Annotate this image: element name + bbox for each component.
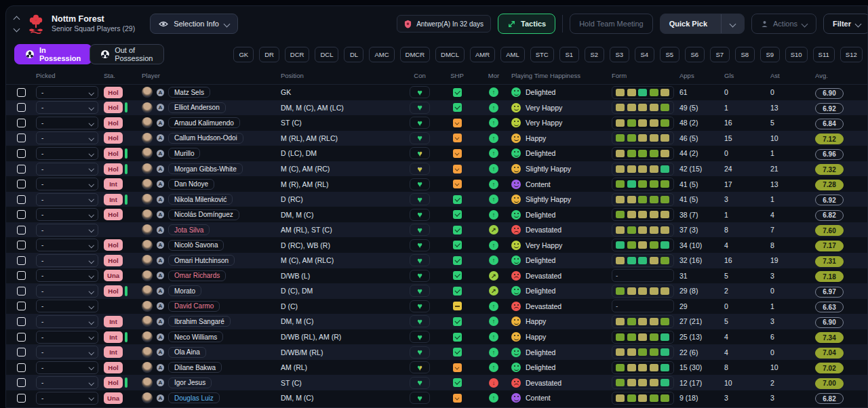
column-header[interactable]: SHP bbox=[438, 72, 476, 79]
player-avatar[interactable] bbox=[142, 163, 153, 174]
position-filter-chip[interactable]: DCR bbox=[285, 47, 310, 62]
next-match-chip[interactable]: Antwerp(A) In 32 days bbox=[397, 15, 491, 33]
table-row[interactable]: - Hol A Elliot Anderson DM, M (C), AM (L… bbox=[6, 100, 867, 116]
in-possession-tab[interactable]: In Possession bbox=[14, 44, 92, 64]
table-row[interactable]: - Int A Ola Aina D/WB/M (RL) ♥ ↑ Delight… bbox=[6, 344, 867, 360]
position-filter-chip[interactable]: S7 bbox=[710, 47, 730, 62]
player-avatar[interactable] bbox=[142, 331, 153, 342]
table-row[interactable]: - Una A Douglas Luiz DM, M (C) ♥ ↑ Conte… bbox=[6, 390, 867, 406]
position-filter-chip[interactable]: S6 bbox=[685, 47, 705, 62]
picked-dropdown[interactable]: - bbox=[36, 300, 98, 312]
profile-icon[interactable]: A bbox=[157, 241, 164, 249]
quick-pick-dropdown[interactable] bbox=[721, 14, 744, 33]
profile-icon[interactable]: A bbox=[157, 287, 164, 295]
profile-icon[interactable]: A bbox=[157, 180, 164, 188]
profile-icon[interactable]: A bbox=[157, 196, 164, 203]
row-checkbox[interactable] bbox=[17, 119, 26, 127]
profile-icon[interactable]: A bbox=[157, 119, 164, 127]
quick-pick-button[interactable]: Quick Pick bbox=[660, 14, 745, 34]
table-row[interactable]: - Una A Omar Richards D/WB (L) ♥ ↗ Devas… bbox=[6, 268, 867, 284]
position-filter-chip[interactable]: AML bbox=[500, 47, 525, 62]
table-row[interactable]: - Hol A Nicolò Savona D (RC), WB (R) ♥ ↑… bbox=[6, 237, 867, 253]
player-avatar[interactable] bbox=[142, 148, 153, 159]
out-of-possession-tab[interactable]: Out of Possession bbox=[90, 44, 164, 64]
position-filter-chip[interactable]: DMCL bbox=[435, 47, 465, 62]
column-header[interactable]: Playing Time Happiness bbox=[511, 72, 612, 79]
picked-dropdown[interactable]: - bbox=[36, 392, 98, 405]
picked-dropdown[interactable]: - bbox=[36, 254, 98, 267]
position-filter-chip[interactable]: S3 bbox=[610, 47, 629, 62]
position-filter-chip[interactable]: S5 bbox=[660, 47, 679, 62]
picked-dropdown[interactable]: - bbox=[36, 178, 98, 190]
picked-dropdown[interactable]: - bbox=[36, 269, 98, 282]
player-name[interactable]: Ibrahim Sangaré bbox=[168, 316, 231, 327]
table-row[interactable]: - Hol A Matz Sels GK ♥ ↑ Delighted 61 0 … bbox=[6, 85, 867, 100]
column-header[interactable]: Avg. bbox=[815, 72, 867, 79]
player-avatar[interactable] bbox=[142, 179, 153, 190]
player-name[interactable]: Nikola Milenković bbox=[168, 194, 233, 205]
player-avatar[interactable] bbox=[142, 133, 153, 144]
profile-icon[interactable]: A bbox=[157, 104, 164, 111]
table-row[interactable]: - Hol A Nicolás Domínguez DM, M (C) ♥ ↑ … bbox=[6, 207, 867, 222]
table-row[interactable]: - Int A Ibrahim Sangaré DM, M (C) ♥ ↑ Ha… bbox=[6, 314, 867, 329]
player-avatar[interactable] bbox=[142, 255, 153, 266]
position-filter-chip[interactable]: S11 bbox=[813, 47, 835, 62]
row-checkbox[interactable] bbox=[17, 378, 26, 387]
column-header[interactable]: Position bbox=[281, 72, 401, 79]
table-row[interactable]: - Hol A Murillo D (LC), DM ♥ ↑ Delighted… bbox=[6, 146, 867, 161]
column-header[interactable]: Sta. bbox=[104, 72, 142, 79]
column-header[interactable]: Con bbox=[401, 72, 438, 79]
profile-icon[interactable]: A bbox=[157, 165, 164, 173]
picked-dropdown[interactable]: - bbox=[36, 163, 98, 176]
picked-dropdown[interactable]: - bbox=[36, 376, 98, 389]
table-row[interactable]: - Int A Neco Williams D/WB (RL), AM (R) … bbox=[6, 329, 867, 345]
picked-dropdown[interactable]: - bbox=[36, 361, 98, 374]
profile-icon[interactable]: A bbox=[157, 318, 164, 325]
player-avatar[interactable] bbox=[142, 347, 153, 358]
row-checkbox[interactable] bbox=[17, 241, 26, 249]
chevron-up-icon[interactable] bbox=[14, 16, 20, 22]
position-filter-chip[interactable]: S4 bbox=[635, 47, 654, 62]
position-filter-chip[interactable]: GK bbox=[233, 47, 254, 62]
row-checkbox[interactable] bbox=[17, 134, 26, 142]
position-filter-chip[interactable]: AMR bbox=[470, 47, 495, 62]
collapse-controls[interactable] bbox=[14, 17, 19, 31]
player-name[interactable]: Douglas Luiz bbox=[168, 392, 220, 403]
player-name[interactable]: David Carmo bbox=[168, 301, 220, 312]
picked-dropdown[interactable]: - bbox=[36, 131, 98, 144]
row-checkbox[interactable] bbox=[17, 149, 26, 158]
player-avatar[interactable] bbox=[142, 117, 153, 128]
row-checkbox[interactable] bbox=[17, 210, 26, 219]
position-filter-chip[interactable]: S1 bbox=[559, 47, 579, 62]
profile-icon[interactable]: A bbox=[157, 379, 164, 386]
player-name[interactable]: Callum Hudson-Odoi bbox=[168, 133, 243, 144]
profile-icon[interactable]: A bbox=[157, 150, 164, 157]
table-row[interactable]: - Int A Dan Ndoye M (R), AM (RL) ♥ ↑ Con… bbox=[6, 176, 867, 192]
player-name[interactable]: Ola Aina bbox=[168, 347, 206, 358]
position-filter-chip[interactable]: DR bbox=[259, 47, 279, 62]
player-name[interactable]: Jota Silva bbox=[168, 224, 210, 235]
player-name[interactable]: Morgan Gibbs-White bbox=[168, 163, 243, 174]
profile-icon[interactable]: A bbox=[157, 89, 164, 96]
profile-icon[interactable]: A bbox=[157, 302, 164, 310]
table-row[interactable]: - Int A Nikola Milenković D (RC) ♥ ↑ Sli… bbox=[6, 192, 867, 207]
chevron-down-icon[interactable] bbox=[14, 25, 20, 32]
player-avatar[interactable] bbox=[142, 87, 153, 98]
profile-icon[interactable]: A bbox=[157, 211, 164, 218]
player-name[interactable]: Omari Hutchinson bbox=[168, 255, 235, 266]
profile-icon[interactable]: A bbox=[157, 394, 164, 402]
player-name[interactable]: Morato bbox=[168, 285, 201, 296]
position-filter-chip[interactable]: DL bbox=[344, 47, 363, 62]
actions-button[interactable]: Actions bbox=[751, 14, 816, 34]
profile-icon[interactable]: A bbox=[157, 333, 164, 341]
row-checkbox[interactable] bbox=[17, 180, 26, 188]
player-avatar[interactable] bbox=[142, 194, 153, 205]
picked-dropdown[interactable]: - bbox=[36, 193, 98, 206]
player-avatar[interactable] bbox=[142, 301, 153, 312]
position-filter-chip[interactable]: DCL bbox=[315, 47, 338, 62]
player-avatar[interactable] bbox=[142, 240, 153, 251]
picked-dropdown[interactable]: - bbox=[36, 239, 98, 251]
column-header[interactable]: Form bbox=[612, 72, 679, 79]
player-avatar[interactable] bbox=[142, 209, 153, 220]
selection-info-dropdown[interactable]: Selection Info bbox=[150, 14, 238, 34]
